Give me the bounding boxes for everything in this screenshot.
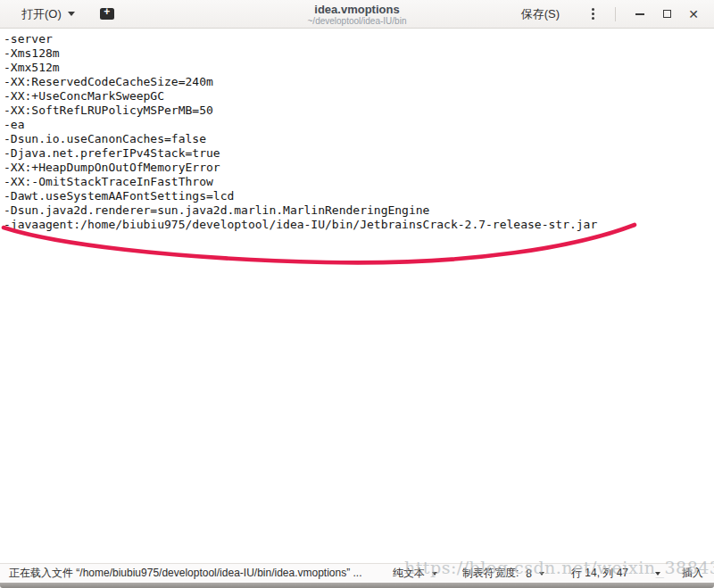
code-line: -XX:+UseConcMarkSweepGC (4, 89, 714, 104)
insert-mode-indicator: 插入 (682, 566, 703, 581)
goto-line-dropdown[interactable] (652, 570, 664, 577)
code-line: -Dsun.java2d.renderer=sun.java2d.marlin.… (4, 203, 714, 218)
save-button[interactable]: 保存(S) (512, 3, 569, 26)
gedit-window: 打开(O) idea.vmoptions ~/developtool/idea-… (0, 0, 714, 588)
header-bar: 打开(O) idea.vmoptions ~/developtool/idea-… (0, 0, 714, 29)
code-line: -Dsun.io.useCanonCaches=false (4, 132, 714, 146)
language-mode-label: 纯文本 (393, 566, 425, 581)
status-right-controls: 纯文本 制表符宽度: 8 行 14, 列 47 插入 (389, 564, 703, 583)
kebab-menu-icon (592, 8, 594, 20)
code-line: -Djava.net.preferIPv4Stack=true (4, 146, 714, 161)
code-line: -server (4, 32, 714, 46)
header-right-controls: 保存(S) ✕ (512, 3, 705, 26)
window-bottom-edge (0, 583, 714, 588)
menu-button[interactable] (581, 4, 604, 25)
code-line: -XX:ReservedCodeCacheSize=240m (4, 75, 714, 89)
language-mode-dropdown[interactable]: 纯文本 (389, 564, 441, 583)
chevron-down-icon (655, 572, 660, 576)
new-document-button[interactable] (95, 4, 120, 25)
minimize-button[interactable] (628, 4, 652, 25)
open-button[interactable]: 打开(O) (14, 3, 82, 26)
close-icon: ✕ (688, 8, 699, 21)
code-line: -javaagent:/home/biubiu975/developtool/i… (4, 218, 714, 232)
tab-width-value: 8 (526, 567, 532, 580)
text-editor-area[interactable]: -server -Xms128m -Xmx512m -XX:ReservedCo… (0, 29, 714, 563)
maximize-icon (663, 10, 671, 18)
code-line: -XX:+HeapDumpOnOutOfMemoryError (4, 161, 714, 175)
status-bar: 正在载入文件 “/home/biubiu975/developtool/idea… (0, 563, 714, 583)
code-line: -XX:SoftRefLRUPolicyMSPerMB=50 (4, 104, 714, 118)
chevron-down-icon (539, 572, 544, 576)
close-button[interactable]: ✕ (682, 4, 705, 25)
code-line: -Xms128m (4, 46, 714, 61)
tab-width-dropdown[interactable]: 制表符宽度: 8 (459, 564, 548, 583)
open-button-label: 打开(O) (21, 6, 62, 22)
header-separator (615, 7, 616, 21)
tab-width-label: 制表符宽度: (462, 566, 519, 581)
chevron-down-icon (68, 12, 75, 16)
chevron-down-icon (432, 572, 437, 576)
maximize-button[interactable] (655, 4, 678, 25)
code-line: -Dawt.useSystemAAFontSettings=lcd (4, 189, 714, 203)
loading-message: 正在载入文件 “/home/biubiu975/developtool/idea… (9, 566, 362, 581)
code-line: -XX:-OmitStackTraceInFastThrow (4, 175, 714, 189)
code-line: -Xmx512m (4, 61, 714, 75)
cursor-position: 行 14, 列 47 (571, 566, 628, 581)
new-document-icon (100, 8, 114, 20)
minimize-icon (635, 13, 644, 15)
code-line: -ea (4, 118, 714, 132)
